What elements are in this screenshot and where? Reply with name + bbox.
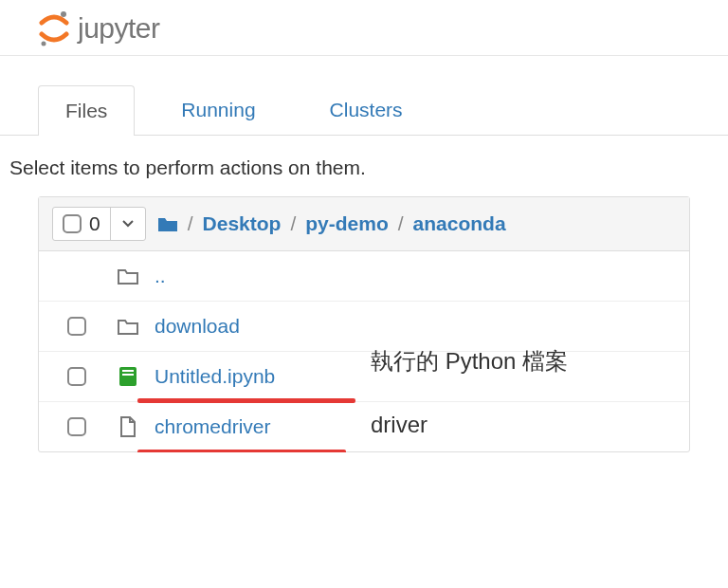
jupyter-icon: [38, 9, 70, 47]
svg-rect-4: [122, 374, 134, 376]
annotation-label: driver: [371, 412, 428, 438]
tab-files[interactable]: Files: [38, 85, 135, 136]
svg-point-0: [61, 11, 66, 17]
item-name[interactable]: chromedriver: [155, 415, 271, 438]
list-item-parent[interactable]: ..: [39, 251, 689, 302]
folder-outline-icon: [118, 267, 138, 285]
list-item-file[interactable]: chromedriver driver: [39, 402, 689, 451]
selected-count: 0: [89, 212, 100, 235]
breadcrumb-sep: /: [188, 212, 193, 235]
row-checkbox[interactable]: [67, 317, 86, 336]
item-name[interactable]: Untitled.ipynb: [155, 365, 275, 388]
annotation-underline: [137, 450, 346, 452]
file-list: 0 / Desktop / py-demo / anaconda: [38, 196, 690, 452]
select-all-group[interactable]: 0: [52, 207, 146, 241]
tab-running[interactable]: Running: [154, 84, 282, 135]
item-name[interactable]: download: [155, 315, 240, 338]
row-checkbox[interactable]: [67, 367, 86, 386]
breadcrumb-sep: /: [290, 212, 296, 235]
folder-outline-icon: [118, 318, 138, 335]
list-item-notebook[interactable]: Untitled.ipynb 執行的 Python 檔案: [39, 352, 689, 402]
tab-bar: Files Running Clusters: [0, 56, 728, 136]
svg-point-1: [42, 42, 46, 46]
app-header: jupyter: [0, 0, 728, 56]
file-icon: [119, 416, 136, 437]
logo-text: jupyter: [78, 12, 160, 45]
svg-rect-3: [122, 370, 134, 372]
hint-text: Select items to perform actions on them.: [0, 136, 728, 196]
annotation-label: 執行的 Python 檔案: [371, 346, 568, 377]
breadcrumb-desktop[interactable]: Desktop: [203, 212, 282, 235]
list-toolbar: 0 / Desktop / py-demo / anaconda: [39, 197, 689, 251]
breadcrumb: / Desktop / py-demo / anaconda: [157, 212, 506, 235]
item-name[interactable]: ..: [155, 265, 166, 287]
jupyter-logo[interactable]: jupyter: [38, 9, 690, 47]
chevron-down-icon: [122, 220, 134, 228]
select-all-checkbox[interactable]: [63, 214, 82, 233]
tab-clusters[interactable]: Clusters: [302, 84, 430, 135]
folder-icon[interactable]: [157, 215, 178, 232]
row-checkbox[interactable]: [67, 417, 86, 436]
notebook-icon: [118, 366, 137, 387]
breadcrumb-anaconda[interactable]: anaconda: [413, 212, 506, 235]
breadcrumb-sep: /: [398, 212, 404, 235]
list-item-folder[interactable]: download: [39, 302, 689, 352]
breadcrumb-pydemo[interactable]: py-demo: [305, 212, 389, 235]
select-dropdown[interactable]: [111, 208, 145, 240]
